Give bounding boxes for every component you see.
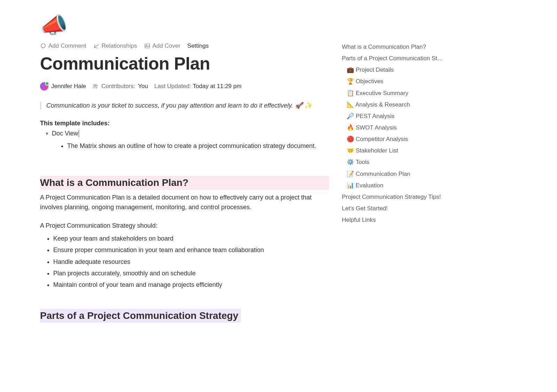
outline-item[interactable]: 🔴 Competitor Analysis [342, 133, 446, 145]
relationships-button[interactable]: Relationships [93, 42, 137, 49]
outline-item[interactable]: 🤝 Stakeholder List [342, 145, 446, 156]
outline-item[interactable]: Helpful Links [342, 214, 446, 226]
outline-item[interactable]: Project Communication Strategy Tips! [342, 191, 446, 203]
outline-item[interactable]: 📊 Evaluation [342, 180, 446, 191]
updated-value: Today at 11:29 pm [193, 83, 242, 89]
add-comment-label: Add Comment [48, 42, 86, 49]
svg-point-0 [41, 44, 45, 48]
toggle-bullet-list[interactable]: The Matrix shows an outline of how to cr… [67, 141, 329, 151]
list-item[interactable]: The Matrix shows an outline of how to cr… [67, 141, 329, 151]
author-block[interactable]: Jennifer Hale [40, 82, 86, 91]
add-cover-button[interactable]: Add Cover [144, 42, 180, 49]
what-is-heading[interactable]: What is a Communication Plan? [40, 176, 329, 190]
list-item[interactable]: Keep your team and stakeholders on board [53, 233, 329, 244]
strategy-should-paragraph[interactable]: A Project Communication Strategy should: [40, 221, 329, 231]
outline-item[interactable]: What is a Communication Plan? [342, 41, 446, 53]
settings-button[interactable]: Settings [187, 42, 209, 49]
contributors-label: Contributors: [101, 83, 135, 90]
add-comment-button[interactable]: Add Comment [40, 42, 86, 49]
what-is-paragraph[interactable]: A Project Communication Plan is a detail… [40, 193, 329, 213]
quote-block[interactable]: Communication is your ticket to success,… [40, 102, 329, 109]
svg-point-3 [94, 84, 95, 86]
page-icon[interactable]: 📣 [40, 14, 329, 36]
avatar [40, 82, 48, 91]
document-main: 📣 Add Comment Relationships Add Cover Se… [0, 14, 329, 326]
outline-item[interactable]: 📐 Analysis & Research [342, 99, 446, 110]
doc-view-toggle[interactable]: ▼ Doc View [45, 130, 329, 137]
author-name: Jennifer Hale [51, 83, 86, 90]
parts-heading[interactable]: Parts of a Project Communication Strateg… [40, 309, 241, 323]
template-includes-heading[interactable]: This template includes: [40, 120, 329, 127]
strategy-should-list[interactable]: Keep your team and stakeholders on board… [53, 233, 329, 291]
svg-point-4 [96, 85, 97, 86]
contributors-block[interactable]: Contributors: You [92, 83, 148, 90]
image-icon [144, 43, 150, 49]
page-title[interactable]: Communication Plan [40, 54, 329, 74]
outline-item[interactable]: 📝 Communication Plan [342, 168, 446, 180]
relationships-icon [93, 43, 100, 49]
outline-item[interactable]: 🏆 Objectives [342, 76, 446, 87]
list-item[interactable]: Maintain control of your team and manage… [53, 279, 329, 291]
outline-sidebar: What is a Communication Plan? Parts of a… [342, 41, 446, 226]
comment-icon [40, 43, 46, 49]
document-meta: Jennifer Hale Contributors: You Last Upd… [40, 82, 329, 91]
relationships-label: Relationships [102, 42, 137, 49]
toggle-label: Doc View [52, 130, 79, 137]
outline-item[interactable]: Let's Get Started! [342, 203, 446, 214]
list-item[interactable]: Handle adequate resources [53, 256, 329, 268]
outline-item[interactable]: 📋 Executive Summary [342, 87, 446, 99]
outline-item[interactable]: 🔥 SWOT Analysis [342, 122, 446, 133]
contributors-value: You [138, 83, 148, 90]
updated-label: Last Updated: [154, 83, 191, 89]
quote-text: Communication is your ticket to success,… [46, 102, 312, 109]
chevron-down-icon: ▼ [45, 131, 49, 136]
outline-item[interactable]: 💼 Project Details [342, 64, 446, 76]
add-cover-label: Add Cover [152, 42, 180, 49]
list-item[interactable]: Ensure proper communication in your team… [53, 244, 329, 256]
outline-item[interactable]: ⚙️ Tools [342, 156, 446, 168]
people-icon [92, 83, 99, 89]
outline-item[interactable]: 🔎 PEST Analysis [342, 110, 446, 122]
document-toolbar: Add Comment Relationships Add Cover Sett… [40, 42, 329, 49]
outline-item[interactable]: Parts of a Project Communication St… [342, 53, 446, 64]
last-updated-block: Last Updated: Today at 11:29 pm [154, 83, 241, 90]
list-item[interactable]: Plan projects accurately, smoothly and o… [53, 268, 329, 279]
settings-label: Settings [187, 42, 209, 49]
